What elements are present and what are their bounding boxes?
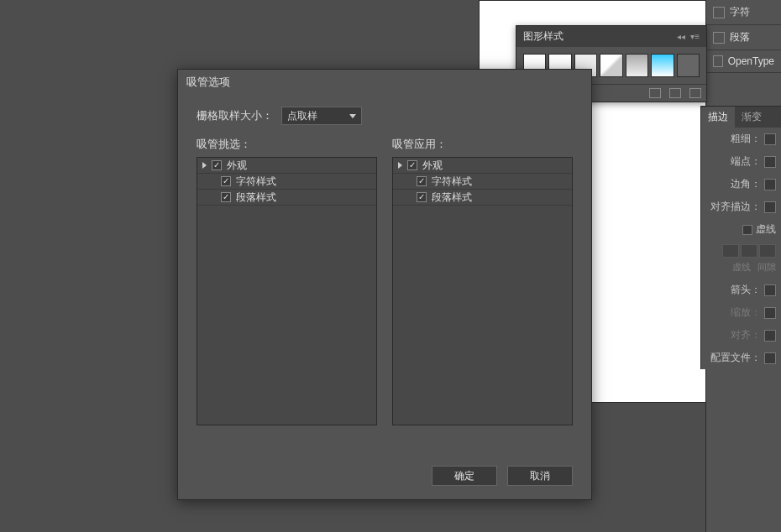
raster-sample-value: 点取样 [287,109,317,123]
style-swatch-5[interactable] [626,54,648,77]
dashed-checkbox[interactable] [742,225,752,235]
applies-label: 吸管应用： [392,137,573,152]
picks-charstyle-label: 字符样式 [236,175,276,189]
picks-parastyle-checkbox[interactable] [221,192,231,202]
picks-charstyle-row[interactable]: 字符样式 [197,174,376,190]
panel-menu-icon[interactable]: ▾≡ [690,32,700,41]
eyedropper-options-dialog: 吸管选项 栅格取样大小： 点取样 吸管挑选： 外观 [177,69,592,500]
paragraph-icon [713,32,725,44]
graphic-styles-titlebar[interactable]: 图形样式 ◂◂ ▾≡ [516,26,706,47]
applies-charstyle-row[interactable]: 字符样式 [393,174,572,190]
stroke-align-button[interactable] [764,201,776,213]
style-swatch-7[interactable] [677,54,700,77]
panel-collapse-icon[interactable]: ◂◂ [677,32,685,41]
raster-sample-select[interactable]: 点取样 [281,107,362,125]
applies-column: 吸管应用： 外观 字符样式 段落样式 [392,137,573,425]
arrow-scale-row: 缩放： [701,301,781,324]
arrow-scale-label: 缩放： [731,305,761,320]
applies-parastyle-row[interactable]: 段落样式 [393,190,572,206]
stroke-align-row: 对齐描边： [701,196,781,218]
applies-appearance-checkbox[interactable] [407,160,417,170]
cancel-button[interactable]: 取消 [507,466,573,486]
arrow-row: 箭头： [701,279,781,301]
arrow-select[interactable] [764,284,776,296]
picks-appearance-checkbox[interactable] [212,160,222,170]
tab-stroke[interactable]: 描边 [701,107,735,128]
dashed-label: 虚线 [756,222,776,237]
applies-charstyle-label: 字符样式 [432,175,472,189]
stroke-corner-label: 边角： [731,177,761,191]
profile-select[interactable] [764,352,776,364]
dash-gap-labels: 虚线 间隙 [701,261,781,279]
dashed-row: 虚线 [701,218,781,241]
panel-label: OpenType [728,55,774,67]
disclosure-triangle-icon[interactable] [398,162,402,169]
picks-label: 吸管挑选： [197,137,377,152]
applies-appearance-row[interactable]: 外观 [393,158,572,174]
tab-gradient[interactable]: 渐变 [735,107,768,128]
new-style-icon[interactable] [669,88,681,98]
arrow-align-label: 对齐： [731,328,761,342]
picks-column: 吸管挑选： 外观 字符样式 段落样式 [197,137,377,425]
arrow-align-button[interactable] [764,330,776,342]
stroke-weight-label: 粗细： [731,132,761,146]
panel-button-opentype[interactable]: OpenType [706,50,781,73]
chevron-down-icon [349,114,356,118]
applies-appearance-label: 外观 [422,159,443,173]
break-link-icon[interactable] [649,88,661,98]
picks-parastyle-row[interactable]: 段落样式 [197,190,376,206]
opentype-icon [713,55,723,67]
dash-sublabel: 虚线 [732,261,751,274]
stroke-corner-button[interactable] [764,179,776,190]
raster-sample-row: 栅格取样大小： 点取样 [197,107,573,125]
disclosure-triangle-icon[interactable] [202,162,207,169]
trash-icon[interactable] [689,88,701,98]
character-icon [713,7,725,18]
picks-appearance-row[interactable]: 外观 [197,158,376,174]
dash-input[interactable] [722,244,739,258]
stroke-weight-input[interactable] [764,133,776,145]
picks-parastyle-label: 段落样式 [236,190,276,205]
picks-charstyle-checkbox[interactable] [221,176,231,186]
panel-button-paragraph[interactable]: 段落 [706,25,781,50]
applies-charstyle-checkbox[interactable] [417,176,427,186]
raster-sample-label: 栅格取样大小： [197,108,273,123]
panel-button-character[interactable]: 字符 [706,0,781,25]
stroke-weight-row: 粗细： [701,128,781,150]
applies-parastyle-label: 段落样式 [432,190,472,205]
style-swatch-4[interactable] [600,54,622,77]
arrow-align-row: 对齐： [701,324,781,347]
dialog-title: 吸管选项 [178,70,591,95]
arrow-label: 箭头： [731,283,761,297]
dialog-button-row: 确定 取消 [432,466,573,486]
picks-appearance-label: 外观 [227,159,247,173]
picks-listbox: 外观 字符样式 段落样式 [197,157,377,425]
applies-parastyle-checkbox[interactable] [417,192,427,202]
arrow-scale-input[interactable] [764,307,776,319]
style-swatch-6[interactable] [651,54,674,77]
dash-gap-inputs [701,241,781,261]
dash-input-2[interactable] [759,244,776,258]
gap-sublabel: 间隙 [757,261,776,274]
stroke-align-label: 对齐描边： [710,200,761,214]
ok-button[interactable]: 确定 [432,466,497,486]
applies-listbox: 外观 字符样式 段落样式 [392,157,573,425]
gap-input[interactable] [741,244,757,258]
profile-label: 配置文件： [710,351,761,365]
stroke-cap-button[interactable] [764,156,776,168]
panel-label: 段落 [730,30,750,44]
panel-label: 字符 [730,5,750,19]
stroke-panel-tabs: 描边 渐变 [701,107,781,128]
stroke-corner-row: 边角： [701,173,781,196]
profile-row: 配置文件： [701,347,781,369]
graphic-styles-title: 图形样式 [523,29,563,44]
stroke-cap-label: 端点： [731,154,761,169]
stroke-panel: 描边 渐变 粗细： 端点： 边角： 对齐描边： 虚线 虚线 间隙 箭头： 缩放：… [700,106,781,369]
stroke-cap-row: 端点： [701,150,781,173]
